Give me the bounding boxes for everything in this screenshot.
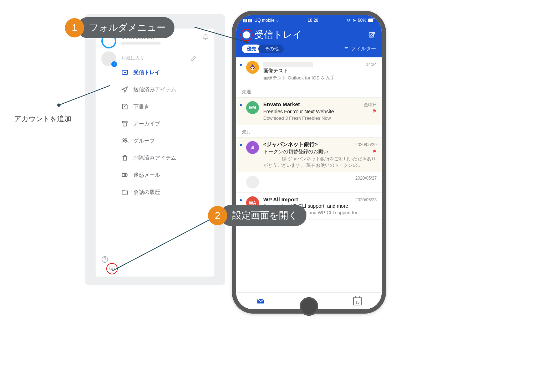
svg-point-4 (124, 174, 126, 175)
folder-junk[interactable]: 迷惑メール (121, 166, 197, 184)
folder-sent[interactable]: 送信済みアイテム (121, 81, 197, 98)
mail-sender: WP All Import (263, 196, 298, 202)
svg-point-2 (123, 139, 124, 140)
compose-icon[interactable] (368, 31, 376, 39)
group-icon (121, 137, 128, 144)
mail-sender (263, 61, 313, 67)
folder-drafts[interactable]: 下書き (121, 98, 197, 115)
flag-icon: ⚑ (372, 149, 377, 154)
unread-dot-icon (240, 64, 242, 66)
signal-icon: ▮▮▮▮ (243, 18, 253, 23)
filter-label: フィルター (351, 46, 376, 52)
folder-groups[interactable]: グループ (121, 132, 197, 149)
folder-label: 削除済みアイテム (133, 155, 176, 161)
side-label: アカウントを追加 (14, 114, 71, 124)
filter-button[interactable]: フィルター (344, 46, 376, 52)
phone-frame: ▮▮▮▮ UQ mobile ⌵ 18:28 ⟳ ➤ 60% 受信トレイ (232, 11, 386, 314)
mail-subject: 画像テスト (263, 68, 377, 74)
svg-point-11 (251, 68, 252, 69)
mail-list[interactable]: 14:24 画像テスト 画像テスト Outlook for iOS を入手 先週… (236, 57, 382, 292)
app-bar: 受信トレイ 優先 その他 フィルター (236, 26, 382, 57)
flag-icon: ⚑ (372, 108, 377, 114)
unread-dot-icon (240, 104, 242, 106)
unread-dot-icon (240, 144, 242, 146)
plus-icon: + (111, 61, 117, 67)
mail-subject: トークンの切替登録のお願い (263, 149, 328, 155)
junk-icon (121, 171, 128, 179)
folder-inbox[interactable]: 受信トレイ (121, 64, 197, 81)
mail-item[interactable]: 14:24 画像テスト 画像テスト Outlook for iOS を入手 (236, 57, 382, 85)
mail-preview: Download 3 Fresh Freebies Now (263, 115, 377, 122)
svg-point-10 (251, 67, 255, 71)
account-email-placeholder (121, 42, 161, 45)
folder-icon (121, 189, 128, 196)
location-icon: ➤ (352, 18, 356, 23)
phone-screen: ▮▮▮▮ UQ mobile ⌵ 18:28 ⟳ ➤ 60% 受信トレイ (236, 15, 382, 309)
callout-2: 2 設定画面を開く (208, 205, 306, 226)
svg-rect-1 (122, 121, 127, 123)
folder-menu-inner: + Outlook.com お気に入り 受信トレイ 送信済 (96, 29, 214, 277)
avatar (246, 176, 259, 189)
mail-preview: 様 ジャパンネット銀行をご利用いただきありがとうございます。 現在お使いのトーク… (263, 156, 377, 168)
callout-bubble: フォルダメニュー (77, 17, 174, 38)
pencil-icon[interactable] (190, 55, 197, 62)
sync-icon: ⟳ (347, 18, 351, 23)
battery-label: 60% (358, 18, 366, 23)
nav-mail-icon[interactable] (256, 296, 265, 306)
home-button[interactable] (300, 297, 318, 316)
folder-trash[interactable]: 削除済みアイテム (121, 149, 197, 166)
mail-subject: Freebies For Your Next Website (263, 109, 334, 114)
avatar: EM (246, 101, 259, 114)
mail-date: 金曜日 (364, 102, 377, 108)
folder-menu-panel: + Outlook.com お気に入り 受信トレイ 送信済 (85, 14, 225, 285)
group-lastmonth: 先月 (236, 125, 382, 138)
svg-point-17 (57, 104, 61, 107)
inbox-icon (121, 69, 128, 76)
folder-conversation-history[interactable]: 会話の履歴 (121, 184, 197, 201)
callout-badge: 1 (65, 18, 84, 37)
favorites-label: お気に入り (121, 55, 144, 61)
svg-point-6 (105, 261, 105, 262)
help-icon[interactable] (101, 256, 108, 263)
mail-date: 14:24 (366, 62, 377, 67)
archive-icon (121, 120, 128, 127)
mail-date: 2020/05/27 (355, 176, 377, 181)
bell-icon[interactable] (202, 33, 209, 40)
mail-item[interactable]: EM Envato Market 金曜日 Freebies For Your N… (236, 98, 382, 125)
clock-label: 18:28 (308, 18, 318, 23)
mail-item[interactable]: # <ジャパンネット銀行> 2020/05/29 トークンの切替登録のお願い ⚑… (236, 138, 382, 172)
highlight-ring-menu (240, 29, 253, 41)
wifi-icon: ⌵ (276, 18, 279, 23)
draft-icon (121, 103, 128, 110)
tab-other[interactable]: その他 (258, 45, 284, 53)
panel-footer (101, 256, 209, 274)
folder-archive[interactable]: アーカイブ (121, 115, 197, 132)
mail-item[interactable]: 2020/05/27 (236, 172, 382, 193)
svg-point-12 (253, 68, 254, 69)
folder-label: 受信トレイ (133, 69, 160, 76)
folder-label: アーカイブ (133, 120, 160, 127)
svg-point-3 (125, 139, 127, 140)
folder-label: 送信済みアイテム (133, 86, 176, 93)
add-account-button[interactable]: + (101, 51, 116, 66)
folder-label: グループ (133, 138, 155, 144)
mail-sender: Envato Market (263, 101, 300, 107)
mail-sender: <ジャパンネット銀行> (263, 141, 318, 148)
page-title: 受信トレイ (255, 29, 365, 41)
group-lastweek: 先週 (236, 85, 382, 98)
avatar (246, 61, 259, 74)
trash-icon (121, 154, 128, 161)
nav-calendar-icon[interactable]: 15 (353, 297, 362, 305)
mail-date: 2020/05/23 (355, 197, 377, 202)
battery-icon (368, 19, 375, 22)
mail-date: 2020/05/29 (355, 142, 377, 147)
highlight-ring-gear (106, 263, 118, 274)
folder-label: 下書き (133, 103, 149, 110)
callout-badge: 2 (208, 206, 227, 225)
account-row: + Outlook.com お気に入り 受信トレイ 送信済 (101, 33, 209, 201)
callout-1: 1 フォルダメニュー (65, 17, 174, 38)
carrier-label: UQ mobile (254, 18, 275, 23)
mail-preview: 画像テスト Outlook for iOS を入手 (263, 75, 377, 81)
send-icon (121, 86, 128, 93)
folder-label: 会話の履歴 (133, 189, 160, 196)
